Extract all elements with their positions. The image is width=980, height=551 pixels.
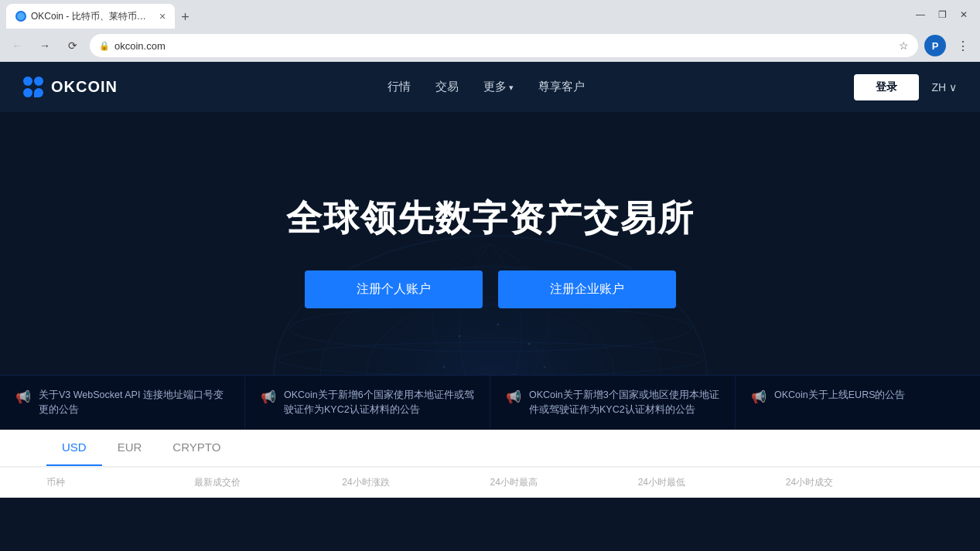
- svg-point-10: [543, 366, 545, 369]
- tab-crypto[interactable]: CRYPTO: [157, 430, 236, 466]
- announcement-item-1[interactable]: 📢 OKCoin关于新增6个国家使用本地证件或驾驶证作为KYC2认证材料的公告: [245, 376, 490, 430]
- menu-button[interactable]: ⋮: [952, 35, 974, 56]
- restore-button[interactable]: ❐: [932, 5, 952, 25]
- table-header-row: 币种 最新成交价 24小时涨跌 24小时最高 24小时最低 24小时成交: [0, 467, 980, 498]
- logo[interactable]: OKCOIN: [23, 77, 118, 98]
- globe-background: [258, 143, 722, 375]
- announcement-text-3: OKCoin关于上线EURS的公告: [774, 388, 906, 403]
- logo-icon: [23, 77, 45, 98]
- announcement-text-2: OKCoin关于新增3个国家或地区使用本地证件或驾驶证作为KYC2认证材料的公告: [529, 388, 719, 417]
- register-enterprise-button[interactable]: 注册企业账户: [498, 270, 676, 308]
- url-text: okcoin.com: [114, 40, 166, 52]
- forward-button[interactable]: →: [34, 35, 56, 56]
- close-button[interactable]: ✕: [954, 5, 974, 25]
- announcement-item-0[interactable]: 📢 关于V3 WebSocket API 连接地址端口号变更的公告: [0, 376, 245, 430]
- svg-point-7: [497, 324, 499, 326]
- register-personal-button[interactable]: 注册个人账户: [305, 270, 483, 308]
- announcements-bar: 📢 关于V3 WebSocket API 连接地址端口号变更的公告 📢 OKCo…: [0, 375, 980, 430]
- svg-point-8: [528, 343, 530, 345]
- nav-link-market[interactable]: 行情: [388, 80, 411, 94]
- window-controls: — ❐ ✕: [910, 5, 974, 25]
- col-header-1: 最新成交价: [194, 476, 342, 489]
- hero-title: 全球领先数字资产交易所: [286, 195, 695, 243]
- tab-eur[interactable]: EUR: [102, 430, 158, 466]
- tab-usd[interactable]: USD: [46, 430, 102, 466]
- nav-link-more[interactable]: 更多: [483, 80, 514, 94]
- profile-button[interactable]: P: [924, 35, 946, 56]
- nav-link-premium[interactable]: 尊享客户: [538, 80, 585, 94]
- col-header-3: 24小时最高: [490, 476, 638, 489]
- announcement-icon-3: 📢: [751, 389, 767, 404]
- market-tabs: USD EUR CRYPTO: [0, 430, 980, 467]
- minimize-button[interactable]: —: [910, 5, 930, 25]
- back-button[interactable]: ←: [6, 35, 28, 56]
- announcement-item-2[interactable]: 📢 OKCoin关于新增3个国家或地区使用本地证件或驾驶证作为KYC2认证材料的…: [490, 376, 736, 430]
- logo-text: OKCOIN: [51, 78, 118, 96]
- tab-close-button[interactable]: ×: [159, 10, 166, 22]
- announcement-icon-1: 📢: [261, 389, 276, 404]
- reload-button[interactable]: ⟳: [62, 35, 84, 56]
- tab-title: OKCoin - 比特币、莱特币、以...: [31, 10, 155, 23]
- login-button[interactable]: 登录: [854, 74, 919, 100]
- announcement-icon-2: 📢: [506, 389, 521, 404]
- browser-tab[interactable]: OKCoin - 比特币、莱特币、以... ×: [6, 4, 175, 29]
- bookmark-icon[interactable]: ☆: [899, 39, 909, 52]
- website-content: OKCOIN 行情 交易 更多 尊享客户 登录 ZH ∨: [0, 62, 980, 551]
- col-header-4: 24小时最低: [638, 476, 786, 489]
- address-bar[interactable]: 🔒 okcoin.com ☆: [90, 34, 918, 57]
- announcement-item-3[interactable]: 📢 OKCoin关于上线EURS的公告: [736, 376, 980, 430]
- hero-section: 全球领先数字资产交易所 注册个人账户 注册企业账户: [0, 112, 980, 375]
- address-bar-row: ← → ⟳ 🔒 okcoin.com ☆ P ⋮: [0, 29, 980, 62]
- nav-right: 登录 ZH ∨: [854, 74, 957, 100]
- col-header-2: 24小时涨跌: [342, 476, 490, 489]
- svg-point-6: [458, 335, 460, 338]
- announcement-text-1: OKCoin关于新增6个国家使用本地证件或驾驶证作为KYC2认证材料的公告: [284, 388, 474, 417]
- tab-favicon: [15, 11, 26, 22]
- language-button[interactable]: ZH ∨: [931, 81, 957, 94]
- svg-point-9: [442, 366, 445, 369]
- col-header-0: 币种: [46, 476, 194, 489]
- nav-link-trade[interactable]: 交易: [435, 80, 459, 94]
- lock-icon: 🔒: [99, 41, 110, 51]
- hero-buttons: 注册个人账户 注册企业账户: [305, 270, 676, 308]
- col-header-5: 24小时成交: [786, 476, 934, 489]
- new-tab-button[interactable]: +: [175, 6, 196, 29]
- announcement-icon-0: 📢: [15, 389, 31, 404]
- main-nav: OKCOIN 行情 交易 更多 尊享客户 登录 ZH ∨: [0, 62, 980, 112]
- announcement-text-0: 关于V3 WebSocket API 连接地址端口号变更的公告: [39, 388, 229, 417]
- nav-links: 行情 交易 更多 尊享客户: [388, 80, 585, 94]
